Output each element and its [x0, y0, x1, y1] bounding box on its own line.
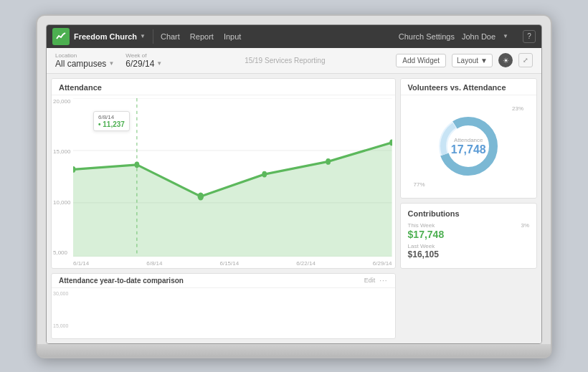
donut-value: 17,748 — [451, 143, 486, 156]
toolbar: Location All campuses ▼ Week of 6/29/14 … — [47, 48, 541, 74]
y-axis: 20,000 15,000 10,000 5,000 — [53, 98, 70, 257]
last-week-amount: $16,105 — [408, 249, 439, 259]
expand-icon[interactable]: ⤢ — [518, 53, 533, 67]
nav-right: Church Settings John Doe ▼ ? — [399, 30, 536, 43]
week-label: Week of — [125, 52, 162, 59]
services-reporting: 15/19 Services Reporting — [174, 57, 396, 65]
right-panel: Volunteers vs. Attendance — [400, 78, 537, 269]
this-week-row: This Week $17,748 3% — [408, 222, 529, 240]
donut-pct-77: 77% — [414, 181, 425, 188]
toolbar-right: Add Widget Layout ▼ ☀ ⤢ — [396, 53, 533, 67]
ytd-edit-button[interactable]: Edit — [364, 277, 376, 284]
attendance-card: Attendance 20,000 15,000 10,000 5,000 — [51, 78, 396, 269]
ytd-body: 30,000 15,000 — [52, 288, 395, 338]
church-settings[interactable]: Church Settings — [399, 32, 455, 41]
ytd-y-axis: 30,000 15,000 — [53, 291, 68, 328]
top-row: Attendance 20,000 15,000 10,000 5,000 — [51, 78, 537, 269]
app-logo — [52, 28, 70, 45]
week-value: 6/29/14 ▼ — [125, 59, 162, 69]
volunteers-title: Volunteers vs. Attendance — [401, 79, 536, 95]
svg-point-9 — [326, 158, 331, 164]
week-field: Week of 6/29/14 ▼ — [125, 52, 162, 69]
user-dropdown-icon[interactable]: ▼ — [503, 33, 508, 39]
x-axis: 6/1/14 6/8/14 6/15/14 6/22/14 6/29/14 — [73, 260, 392, 267]
laptop-container: Freedom Church ▼ Chart Report Input Chur… — [36, 14, 552, 358]
church-name: Freedom Church — [74, 32, 137, 41]
church-dropdown-icon[interactable]: ▼ — [140, 33, 146, 39]
location-arrow[interactable]: ▼ — [108, 60, 114, 67]
donut-pct-23: 23% — [512, 105, 523, 112]
ytd-card: Attendance year-to-date comparison Edit … — [51, 273, 396, 339]
donut-chart: Attendance 17,748 23% 77% — [407, 98, 531, 195]
week-arrow[interactable]: ▼ — [156, 60, 162, 67]
screen: Freedom Church ▼ Chart Report Input Chur… — [46, 24, 542, 344]
user-name[interactable]: John Doe — [462, 32, 495, 41]
ytd-bar-chart — [73, 291, 392, 328]
layout-button[interactable]: Layout ▼ — [452, 54, 493, 67]
nav-divider — [153, 29, 153, 44]
bottom-right-spacer — [400, 273, 537, 339]
ytd-header: Attendance year-to-date comparison Edit … — [52, 274, 395, 288]
ytd-title: Attendance year-to-date comparison — [59, 277, 364, 285]
theme-toggle-icon[interactable]: ☀ — [498, 53, 513, 67]
contributions-title: Contributions — [408, 209, 529, 218]
contributions-pct: 3% — [521, 222, 529, 229]
last-week-row: Last Week $16,105 — [408, 243, 529, 259]
this-week-amount: $17,748 — [408, 229, 445, 240]
nav-input[interactable]: Input — [224, 32, 241, 41]
bottom-row: Attendance year-to-date comparison Edit … — [51, 273, 537, 339]
laptop-base — [37, 344, 551, 357]
ytd-more-button[interactable]: ··· — [379, 277, 387, 285]
layout-arrow-icon: ▼ — [480, 57, 488, 65]
location-value: All campuses ▼ — [55, 59, 114, 69]
location-field: Location All campuses ▼ — [55, 52, 114, 69]
attendance-title: Attendance — [52, 79, 395, 95]
location-label: Location — [55, 52, 114, 59]
nav-chart[interactable]: Chart — [161, 32, 180, 41]
volunteers-body: Attendance 17,748 23% 77% — [401, 95, 536, 198]
volunteers-card: Volunteers vs. Attendance — [400, 78, 537, 199]
contributions-card: Contributions This Week $17,748 3% Last … — [400, 203, 537, 269]
main-content: Attendance 20,000 15,000 10,000 5,000 — [47, 74, 541, 343]
last-week-label: Last Week — [408, 243, 439, 249]
svg-marker-4 — [73, 142, 392, 256]
svg-point-8 — [262, 171, 267, 177]
attendance-body: 20,000 15,000 10,000 5,000 — [52, 95, 395, 268]
top-nav: Freedom Church ▼ Chart Report Input Chur… — [47, 25, 541, 48]
help-button[interactable]: ? — [523, 30, 536, 43]
add-widget-button[interactable]: Add Widget — [396, 54, 446, 67]
donut-label: Attendance — [454, 137, 483, 143]
attendance-chart: 6/8/14 • 11,237 — [73, 98, 392, 257]
nav-report[interactable]: Report — [190, 32, 214, 41]
this-week-label: This Week — [408, 222, 445, 229]
svg-point-7 — [198, 192, 204, 200]
donut-center: Attendance 17,748 — [451, 137, 486, 156]
